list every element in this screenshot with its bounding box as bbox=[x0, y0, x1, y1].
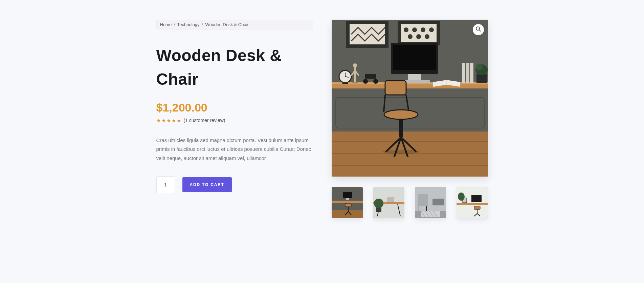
svg-rect-77 bbox=[457, 203, 488, 205]
add-to-cart-button[interactable]: ADD TO CART bbox=[182, 177, 232, 192]
breadcrumb-category[interactable]: Technology bbox=[177, 22, 200, 27]
thumbnail-1[interactable] bbox=[332, 187, 363, 218]
svg-point-31 bbox=[363, 79, 368, 84]
price-currency: $ bbox=[156, 101, 163, 114]
quantity-input[interactable] bbox=[156, 176, 175, 193]
thumbnail-4[interactable] bbox=[457, 187, 488, 218]
product-title: Wooden Desk & Chair bbox=[156, 44, 313, 91]
svg-point-50 bbox=[382, 150, 420, 154]
svg-rect-33 bbox=[365, 74, 376, 79]
star-icon: ★ bbox=[177, 118, 181, 123]
breadcrumb-sep: / bbox=[174, 22, 175, 27]
thumbnail-3[interactable] bbox=[415, 187, 446, 218]
search-icon bbox=[475, 26, 481, 34]
svg-rect-20 bbox=[408, 74, 421, 80]
product-main-image[interactable] bbox=[332, 20, 488, 177]
svg-point-5 bbox=[412, 27, 417, 32]
svg-rect-78 bbox=[471, 195, 482, 202]
svg-rect-2 bbox=[348, 22, 387, 46]
svg-rect-57 bbox=[346, 198, 349, 200]
rating-row: ★ ★ ★ ★ ★ (1 customer review) bbox=[156, 118, 313, 123]
svg-point-6 bbox=[421, 27, 425, 32]
svg-point-44 bbox=[384, 110, 418, 119]
svg-line-52 bbox=[479, 29, 480, 31]
svg-point-7 bbox=[429, 27, 434, 32]
thumbnail-2[interactable] bbox=[373, 187, 404, 218]
star-icon: ★ bbox=[166, 118, 171, 123]
breadcrumb-current: Wooden Desk & Chair bbox=[205, 22, 248, 27]
svg-rect-35 bbox=[462, 63, 465, 83]
svg-point-8 bbox=[408, 34, 413, 39]
breadcrumb-home[interactable]: Home bbox=[160, 22, 172, 27]
svg-rect-58 bbox=[345, 203, 351, 207]
svg-point-80 bbox=[458, 193, 465, 201]
svg-point-27 bbox=[353, 63, 357, 67]
svg-rect-25 bbox=[342, 83, 348, 84]
svg-rect-3 bbox=[399, 22, 438, 43]
svg-rect-68 bbox=[387, 197, 394, 202]
price-amount: 1,200.00 bbox=[162, 101, 207, 114]
product-scene-illustration bbox=[332, 20, 488, 177]
star-icon: ★ bbox=[172, 118, 176, 123]
svg-rect-81 bbox=[474, 206, 480, 209]
product-description: Cras ultricies ligula sed magna dictum p… bbox=[156, 136, 313, 163]
thumbnail-row bbox=[332, 187, 488, 218]
svg-point-32 bbox=[373, 79, 378, 84]
svg-rect-56 bbox=[343, 192, 352, 198]
product-price: $1,200.00 bbox=[156, 101, 313, 114]
zoom-button[interactable] bbox=[473, 24, 484, 35]
breadcrumb-sep: / bbox=[202, 22, 203, 27]
svg-rect-41 bbox=[385, 81, 406, 95]
svg-rect-54 bbox=[332, 210, 363, 218]
star-icon: ★ bbox=[161, 118, 166, 123]
svg-rect-55 bbox=[332, 201, 363, 203]
svg-point-67 bbox=[374, 199, 383, 208]
svg-rect-12 bbox=[332, 132, 488, 177]
cart-form: ADD TO CART bbox=[156, 176, 313, 193]
svg-point-9 bbox=[416, 34, 421, 39]
svg-point-40 bbox=[476, 64, 483, 70]
svg-point-4 bbox=[404, 27, 408, 32]
breadcrumb: Home / Technology / Wooden Desk & Chair bbox=[156, 20, 313, 29]
svg-point-10 bbox=[425, 34, 429, 39]
svg-rect-30 bbox=[352, 82, 358, 83]
svg-rect-71 bbox=[432, 199, 444, 205]
svg-rect-70 bbox=[418, 194, 428, 206]
svg-rect-45 bbox=[399, 119, 403, 137]
star-rating: ★ ★ ★ ★ ★ bbox=[156, 118, 181, 123]
svg-rect-19 bbox=[393, 45, 436, 70]
svg-rect-73 bbox=[421, 211, 440, 217]
star-icon: ★ bbox=[156, 118, 161, 123]
svg-rect-36 bbox=[466, 63, 469, 83]
svg-rect-26 bbox=[354, 67, 356, 83]
svg-rect-37 bbox=[470, 63, 473, 83]
reviews-link[interactable]: (1 customer review) bbox=[184, 118, 225, 123]
